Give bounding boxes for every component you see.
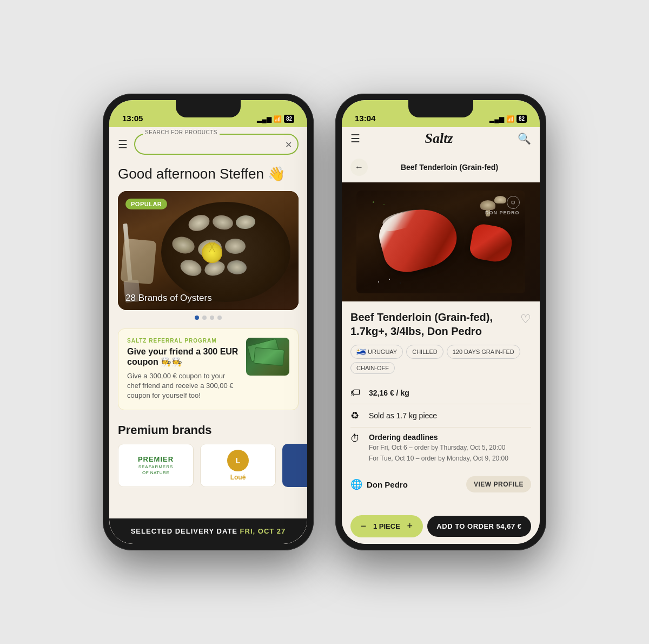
ordering-deadlines-content: Ordering deadlines For Fri, Oct 6 – orde… xyxy=(369,433,508,463)
tag-chain-off: CHAIN-OFF xyxy=(350,362,395,374)
product-header-title: Beef Tenderloin (Grain-fed) xyxy=(368,163,531,172)
phone-2: 13:04 ▂▄▆ 📶 82 ☰ Saltz 🔍 ← Beef Tenderlo… xyxy=(335,94,546,550)
referral-desc: Give a 300,00 € coupon to your chef frie… xyxy=(127,371,240,401)
referral-tag: SALTZ REFERRAL PROGRAM xyxy=(127,338,240,344)
carousel-dots xyxy=(109,316,307,320)
tag-uruguay-label: URUGUAY xyxy=(368,349,397,355)
back-button[interactable]: ← xyxy=(350,159,368,176)
carousel[interactable]: POPULAR 28 Brands of Oysters xyxy=(118,191,299,310)
referral-title: Give your friend a 300 EUR coupon 🧑‍🍳🧑‍🍳 xyxy=(127,347,240,367)
status-icons-2: ▂▄▆ 📶 82 xyxy=(489,115,527,123)
carousel-image: POPULAR 28 Brands of Oysters xyxy=(118,191,299,310)
brand-loue-name: Loué xyxy=(230,474,246,481)
tag-grain-fed: 120 DAYS GRAIN-FED xyxy=(447,345,520,359)
quantity-text: 1 PIECE xyxy=(373,522,400,530)
supplier-name: Don Pedro xyxy=(367,480,408,489)
sold-as-text: Sold as 1.7 kg piece xyxy=(369,411,437,420)
popular-badge: POPULAR xyxy=(125,199,167,209)
brands-row: PREMIER SEAFARMERS OF NATURE L Loué xyxy=(109,444,307,487)
tags-row: 🇺🇾 URUGUAY CHILLED 120 DAYS GRAIN-FED CH… xyxy=(350,345,531,374)
meat-visual: ⬡ DON PEDRO xyxy=(356,190,525,293)
ordering-deadlines-title: Ordering deadlines xyxy=(369,433,508,442)
tag-grain-fed-label: 120 DAYS GRAIN-FED xyxy=(453,349,514,355)
time-1: 13:05 xyxy=(122,114,143,123)
brand-card-loue[interactable]: L Loué xyxy=(200,444,276,487)
product-image: ⬡ DON PEDRO xyxy=(342,182,540,301)
back-circle: ← xyxy=(350,159,368,176)
brand-loue-content: L Loué xyxy=(227,450,249,481)
search-input[interactable] xyxy=(134,134,299,155)
hamburger-icon-2[interactable]: ☰ xyxy=(350,132,360,145)
brand-loue-badge: L xyxy=(227,450,249,471)
tag-uruguay: 🇺🇾 URUGUAY xyxy=(350,345,403,359)
premium-brands-title: Premium brands xyxy=(109,419,307,444)
package-icon: ♻ xyxy=(350,410,363,422)
screen-content-1[interactable]: ☰ SEARCH FOR PRODUCTS ✕ Good afternoon S… xyxy=(109,127,307,544)
bottom-bar-1[interactable]: SELECTED DELIVERY DATE FRI, OCT 27 xyxy=(109,518,307,544)
screen-content-2[interactable]: ☰ Saltz 🔍 ← Beef Tenderloin (Grain-fed) xyxy=(342,127,540,544)
status-bar-1: 13:05 ▂▄▆ 📶 82 xyxy=(109,100,307,127)
price-row: 🏷 32,16 € / kg xyxy=(350,382,531,404)
sold-as-row: ♻ Sold as 1.7 kg piece xyxy=(350,404,531,428)
search-label: SEARCH FOR PRODUCTS xyxy=(143,129,220,135)
greeting-text: Good afternoon Steffen 👋 xyxy=(109,161,307,191)
ordering-deadline-line2: For Tue, Oct 10 – order by Monday, Oct 9… xyxy=(369,454,508,463)
phone-1-screen: 13:05 ▂▄▆ 📶 82 ☰ SEARCH FOR PRODUCTS ✕ G… xyxy=(109,100,307,544)
price-text: 32,16 € / kg xyxy=(369,389,409,397)
wifi-icon-2: 📶 xyxy=(506,115,514,123)
menu-icon[interactable]: ☰ xyxy=(118,138,128,151)
brand-card-premier[interactable]: PREMIER SEAFARMERS OF NATURE xyxy=(118,444,194,487)
ordering-deadline-line1: For Fri, Oct 6 – order by Thursday, Oct … xyxy=(369,443,508,452)
brand-premier-tagline: OF NATURE xyxy=(142,470,169,475)
battery-2: 82 xyxy=(516,115,527,123)
brand-premier-content: PREMIER SEAFARMERS OF NATURE xyxy=(138,455,174,475)
product-info: Beef Tenderloin (Grain-fed), 1.7kg+, 3/4… xyxy=(342,301,540,505)
referral-card[interactable]: SALTZ REFERRAL PROGRAM Give your friend … xyxy=(118,328,299,410)
product-header: ← Beef Tenderloin (Grain-fed) xyxy=(342,152,540,182)
dot-3[interactable] xyxy=(210,316,214,320)
status-icons-1: ▂▄▆ 📶 82 xyxy=(257,115,294,123)
price-icon: 🏷 xyxy=(350,387,363,398)
dot-4[interactable] xyxy=(217,316,222,320)
heart-icon[interactable]: ♡ xyxy=(520,312,531,326)
brand-premier-name: PREMIER xyxy=(138,455,174,463)
brand-card-blue[interactable] xyxy=(282,444,307,487)
battery-1: 82 xyxy=(284,115,294,123)
referral-text: SALTZ REFERRAL PROGRAM Give your friend … xyxy=(127,338,240,401)
product-title: Beef Tenderloin (Grain-fed), 1.7kg+, 3/4… xyxy=(350,310,516,338)
brand-logo-overlay: ⬡ DON PEDRO xyxy=(485,196,520,215)
search-clear-icon[interactable]: ✕ xyxy=(285,139,292,149)
referral-image xyxy=(246,338,289,376)
signal-icon-1: ▂▄▆ xyxy=(257,115,271,123)
phone-2-screen: 13:04 ▂▄▆ 📶 82 ☰ Saltz 🔍 ← Beef Tenderlo… xyxy=(342,100,540,544)
supplier-row: 🌐 Don Pedro VIEW PROFILE xyxy=(350,469,531,497)
add-to-order-bar: − 1 PIECE + ADD TO ORDER 54,67 € xyxy=(342,509,540,544)
saltz-logo: Saltz xyxy=(425,130,453,147)
wifi-icon-1: 📶 xyxy=(274,115,282,123)
top-header: ☰ Saltz 🔍 xyxy=(342,127,540,152)
brand-premier-subtitle: SEAFARMERS xyxy=(138,464,174,469)
clock-icon: ⏱ xyxy=(350,433,363,444)
delivery-date: FRI, OCT 27 xyxy=(240,527,286,535)
search-icon-2[interactable]: 🔍 xyxy=(518,132,531,145)
dot-2[interactable] xyxy=(202,316,207,320)
flag-icon: 🇺🇾 xyxy=(356,347,366,356)
notch-1 xyxy=(176,100,241,117)
globe-icon: 🌐 xyxy=(350,478,362,490)
delivery-label: SELECTED DELIVERY DATE xyxy=(131,527,240,535)
dot-1[interactable] xyxy=(195,316,199,320)
quantity-control: − 1 PIECE + xyxy=(350,515,423,537)
ordering-deadlines-row: ⏱ Ordering deadlines For Fri, Oct 6 – or… xyxy=(350,428,531,469)
phone-1: 13:05 ▂▄▆ 📶 82 ☰ SEARCH FOR PRODUCTS ✕ G… xyxy=(103,94,314,550)
tag-chilled: CHILLED xyxy=(406,345,443,359)
search-box: SEARCH FOR PRODUCTS ✕ xyxy=(134,134,299,155)
notch-2 xyxy=(408,100,473,117)
search-header: ☰ SEARCH FOR PRODUCTS ✕ xyxy=(109,127,307,161)
minus-button[interactable]: − xyxy=(358,521,369,532)
view-profile-button[interactable]: VIEW PROFILE xyxy=(466,476,531,492)
plus-button[interactable]: + xyxy=(405,521,415,532)
add-to-order-button[interactable]: ADD TO ORDER 54,67 € xyxy=(427,516,531,537)
time-2: 13:04 xyxy=(355,114,375,123)
signal-icon-2: ▂▄▆ xyxy=(489,115,504,123)
brand-loue-text: L xyxy=(236,456,241,465)
